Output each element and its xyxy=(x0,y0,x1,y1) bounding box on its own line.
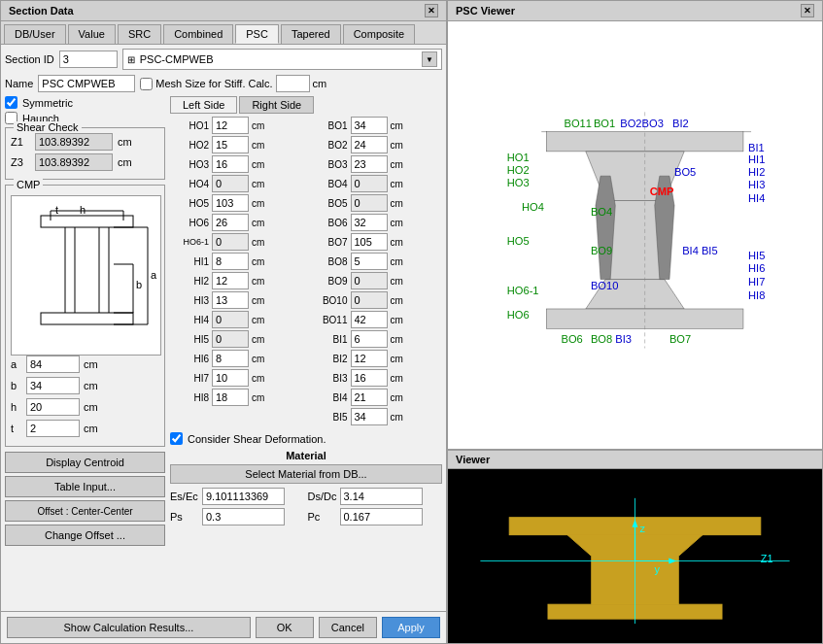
svg-text:HO2: HO2 xyxy=(507,164,530,176)
bo1-input[interactable] xyxy=(351,117,388,134)
mesh-label: Mesh Size for Stiff. Calc. xyxy=(155,78,272,89)
pc-input[interactable] xyxy=(340,508,423,525)
cmp-a-input[interactable] xyxy=(26,356,80,373)
hi7-input[interactable] xyxy=(212,369,249,387)
svg-text:BO10: BO10 xyxy=(591,280,618,291)
hi1-input[interactable] xyxy=(212,253,249,270)
cmp-h-input[interactable] xyxy=(26,398,80,416)
z1-row: Z1 cm xyxy=(11,133,159,151)
offset-button[interactable]: Offset : Center-Center xyxy=(5,500,165,522)
hi4-input[interactable] xyxy=(212,311,249,328)
side-tab-bar: Left Side Right Side xyxy=(170,96,442,114)
right-side-tab[interactable]: Right Side xyxy=(239,96,314,114)
ho1-label: HO1 xyxy=(170,120,209,131)
hi6-input[interactable] xyxy=(212,350,249,367)
bo8-input[interactable] xyxy=(351,253,388,270)
svg-text:HO3: HO3 xyxy=(507,177,530,188)
tab-dbuser[interactable]: DB/User xyxy=(4,24,66,44)
tab-src[interactable]: SRC xyxy=(118,24,161,44)
ho61-row: HO6-1 cm xyxy=(170,233,304,251)
bo8-label: BO8 xyxy=(309,256,348,267)
ho6-input[interactable] xyxy=(212,214,249,231)
select-material-button[interactable]: Select Material from DB... xyxy=(170,464,442,484)
svg-text:y: y xyxy=(654,563,660,575)
tab-tapered[interactable]: Tapered xyxy=(281,24,341,44)
mesh-unit: cm xyxy=(313,78,327,89)
left-side-tab[interactable]: Left Side xyxy=(170,96,237,114)
bi5-input[interactable] xyxy=(351,408,388,425)
hi2-input[interactable] xyxy=(212,272,249,289)
cmp-t-input[interactable] xyxy=(26,420,80,437)
hi3-row: HI3 cm xyxy=(170,291,304,309)
bi1-input[interactable] xyxy=(351,330,388,348)
bo3-input[interactable] xyxy=(351,155,388,173)
psc-viewer-close[interactable]: ✕ xyxy=(801,4,814,17)
mesh-value-input[interactable] xyxy=(276,75,310,92)
apply-button[interactable]: Apply xyxy=(382,617,440,638)
tab-composite[interactable]: Composite xyxy=(343,24,416,44)
bo2-row: BO2 cm xyxy=(309,136,443,153)
svg-text:HI6: HI6 xyxy=(748,263,765,275)
bi2-input[interactable] xyxy=(351,350,388,367)
bo9-input[interactable] xyxy=(351,272,388,289)
ps-input[interactable] xyxy=(202,508,285,525)
cmp-diagram: t h xyxy=(11,195,161,356)
ho4-input[interactable] xyxy=(212,175,249,192)
consider-shear-checkbox[interactable] xyxy=(170,432,183,445)
hi8-input[interactable] xyxy=(212,389,249,406)
ho5-input[interactable] xyxy=(212,194,249,212)
esec-input[interactable] xyxy=(202,488,285,505)
section-id-input[interactable] xyxy=(59,51,118,68)
ok-button[interactable]: OK xyxy=(256,617,314,638)
bi4-input[interactable] xyxy=(351,389,388,406)
bo11-input[interactable] xyxy=(351,311,388,328)
close-button[interactable]: ✕ xyxy=(425,4,438,17)
viewer-canvas: z y Z1 xyxy=(448,469,822,643)
bo7-input[interactable] xyxy=(351,233,388,251)
name-row: Name Mesh Size for Stiff. Calc. cm xyxy=(5,75,442,92)
tab-combined[interactable]: Combined xyxy=(163,24,233,44)
dropdown-arrow[interactable]: ▼ xyxy=(422,51,437,67)
symmetric-checkbox[interactable] xyxy=(5,96,17,109)
tab-value[interactable]: Value xyxy=(68,24,116,44)
hi5-input[interactable] xyxy=(212,330,249,348)
tab-psc[interactable]: PSC xyxy=(235,24,279,44)
change-offset-button[interactable]: Change Offset ... xyxy=(5,525,165,546)
table-input-button[interactable]: Table Input... xyxy=(5,476,165,497)
ho4-label: HO4 xyxy=(170,179,209,189)
bo4-input[interactable] xyxy=(351,175,388,192)
show-calc-results-button[interactable]: Show Calculation Results... xyxy=(7,617,251,638)
cancel-button[interactable]: Cancel xyxy=(319,617,377,638)
z3-unit: cm xyxy=(118,156,132,168)
z3-input[interactable] xyxy=(35,153,113,171)
cmp-b-input[interactable] xyxy=(26,377,80,394)
bo6-input[interactable] xyxy=(351,214,388,231)
symmetric-label: Symmetric xyxy=(22,97,73,109)
bi3-input[interactable] xyxy=(351,369,388,387)
bo2-input[interactable] xyxy=(351,136,388,153)
section-id-label: Section ID xyxy=(5,53,54,65)
svg-rect-5 xyxy=(41,216,133,227)
mesh-checkbox[interactable] xyxy=(140,78,153,90)
bo7-label: BO7 xyxy=(309,237,348,248)
display-centroid-button[interactable]: Display Centroid xyxy=(5,452,165,473)
bi4-row: BI4 cm xyxy=(309,389,443,406)
ho61-input[interactable] xyxy=(212,233,249,251)
svg-text:HI2: HI2 xyxy=(748,166,765,178)
hi3-input[interactable] xyxy=(212,291,249,309)
ho3-input[interactable] xyxy=(212,155,249,173)
ho1-input[interactable] xyxy=(212,117,249,134)
bo10-input[interactable] xyxy=(351,291,388,309)
ho2-input[interactable] xyxy=(212,136,249,153)
left-data-column: HO1 cm HO2 cm HO3 xyxy=(170,117,304,427)
dsdc-label: Ds/Dc xyxy=(308,491,337,502)
viewer-svg: z y Z1 xyxy=(448,469,822,643)
name-input[interactable] xyxy=(38,75,135,92)
hi6-row: HI6 cm xyxy=(170,350,304,367)
z1-input[interactable] xyxy=(35,133,113,151)
section-type-dropdown[interactable]: ⊞ PSC-CMPWEB ▼ xyxy=(122,49,442,70)
bo5-input[interactable] xyxy=(351,194,388,212)
dsdc-input[interactable] xyxy=(340,488,423,505)
hi7-row: HI7 cm xyxy=(170,369,304,387)
svg-text:BO6: BO6 xyxy=(562,333,583,345)
